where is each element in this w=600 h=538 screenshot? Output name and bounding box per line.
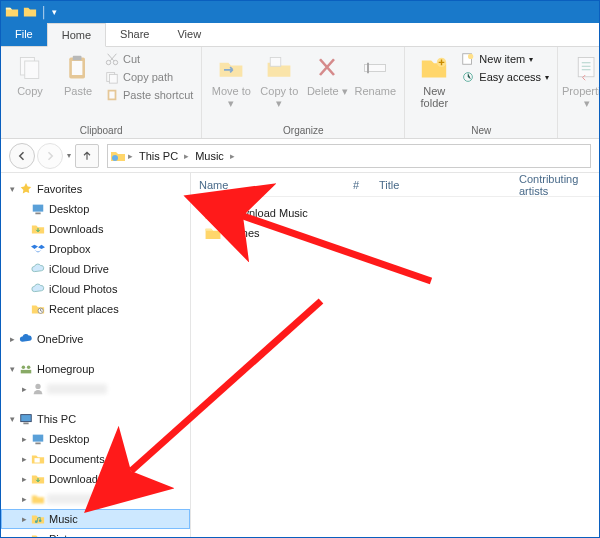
easy-access-icon	[461, 70, 475, 84]
group-new: Newfolder New item ▾ Easy access ▾ New	[405, 47, 558, 138]
expand-icon[interactable]: ▸	[19, 494, 29, 504]
cut-icon	[105, 52, 119, 66]
new-folder-button[interactable]: Newfolder	[411, 51, 457, 111]
back-button[interactable]	[9, 143, 35, 169]
expand-icon[interactable]: ▸	[19, 454, 29, 464]
navigation-tree: ▾Favorites Desktop Downloads Dropbox iCl…	[1, 173, 191, 537]
content-pane: Name # Title Contributing artists Downlo…	[191, 173, 599, 537]
chevron-right-icon[interactable]: ▸	[126, 151, 135, 161]
expand-icon[interactable]: ▸	[19, 514, 29, 524]
svg-rect-25	[35, 213, 40, 215]
collapse-icon[interactable]: ▾	[7, 184, 17, 194]
copy-icon	[16, 53, 44, 83]
col-name[interactable]: Name	[191, 179, 341, 191]
svg-rect-11	[271, 58, 282, 67]
easy-access-button[interactable]: Easy access ▾	[459, 69, 551, 85]
qat-dropdown-icon[interactable]: ▾	[52, 7, 57, 17]
tree-item-icloud-drive[interactable]: iCloud Drive	[1, 259, 190, 279]
folder-icon	[23, 5, 37, 19]
tab-file[interactable]: File	[1, 22, 47, 46]
new-item-icon	[461, 52, 475, 66]
tree-item-desktop[interactable]: ▸Desktop	[1, 429, 190, 449]
move-to-button[interactable]: Move to ▾	[208, 51, 254, 112]
svg-rect-34	[35, 443, 40, 445]
collapse-icon[interactable]: ▾	[7, 414, 17, 424]
expand-icon[interactable]: ▸	[7, 334, 17, 344]
svg-rect-10	[109, 92, 114, 99]
breadcrumb-this-pc[interactable]: This PC	[135, 150, 182, 162]
svg-point-27	[22, 366, 26, 370]
clipboard-group-label: Clipboard	[80, 123, 123, 136]
chevron-right-icon[interactable]: ▸	[182, 151, 191, 161]
new-item-button[interactable]: New item ▾	[459, 51, 551, 67]
tree-item-music[interactable]: ▸Music	[1, 509, 190, 529]
recent-locations-dropdown[interactable]: ▾	[65, 151, 73, 160]
collapse-icon[interactable]: ▾	[7, 364, 17, 374]
tree-item-dropbox[interactable]: Dropbox	[1, 239, 190, 259]
group-organize: Move to ▾ Copy to ▾ Delete ▾ Rename Orga…	[202, 47, 405, 138]
rename-label: Rename	[355, 85, 397, 97]
folder-icon	[205, 227, 221, 240]
address-bar[interactable]: ▸ This PC ▸ Music ▸	[107, 144, 591, 168]
svg-rect-4	[73, 56, 82, 60]
tree-onedrive[interactable]: ▸OneDrive	[1, 329, 190, 349]
properties-icon	[573, 53, 599, 83]
tab-view[interactable]: View	[163, 22, 215, 46]
paste-shortcut-icon	[105, 88, 119, 102]
tab-share[interactable]: Share	[106, 22, 163, 46]
cut-button[interactable]: Cut	[103, 51, 195, 67]
list-item[interactable]: Download Music	[199, 203, 591, 223]
chevron-down-icon: ▾	[545, 73, 549, 82]
tree-item-desktop[interactable]: Desktop	[1, 199, 190, 219]
tree-item-downloads[interactable]: ▸Downloads	[1, 469, 190, 489]
group-open: Properties▾ Open ▾ Edit History Open	[558, 47, 599, 138]
col-title[interactable]: Title	[371, 179, 511, 191]
tree-item-icloud-photos[interactable]: iCloud Photos	[1, 279, 190, 299]
tree-favorites[interactable]: ▾Favorites	[1, 179, 190, 199]
tree-item-hidden[interactable]: ▸	[1, 489, 190, 509]
delete-button[interactable]: Delete ▾	[304, 51, 350, 100]
expand-icon[interactable]: ▸	[19, 534, 29, 537]
svg-rect-17	[578, 58, 594, 77]
col-artists[interactable]: Contributing artists	[511, 173, 599, 197]
blurred-label	[47, 494, 117, 504]
copy-path-button[interactable]: Copy path	[103, 69, 195, 85]
recent-icon	[31, 302, 45, 316]
copy-to-button[interactable]: Copy to ▾	[256, 51, 302, 112]
downloads-icon	[31, 222, 45, 236]
nav-bar: ▾ ▸ This PC ▸ Music ▸	[1, 139, 599, 173]
tab-home[interactable]: Home	[47, 23, 106, 47]
expand-icon[interactable]: ▸	[19, 474, 29, 484]
desktop-icon	[31, 202, 45, 216]
arrow-up-icon	[81, 150, 93, 162]
tree-item-pictures[interactable]: ▸Pictures	[1, 529, 190, 537]
tree-item-downloads[interactable]: Downloads	[1, 219, 190, 239]
rename-button[interactable]: Rename	[352, 51, 398, 99]
breadcrumb-music[interactable]: Music	[191, 150, 228, 162]
dropbox-icon	[31, 242, 45, 256]
tree-item-documents[interactable]: ▸Documents	[1, 449, 190, 469]
copy-button[interactable]: Copy	[7, 51, 53, 99]
col-number[interactable]: #	[341, 179, 371, 191]
svg-point-30	[35, 384, 40, 389]
chevron-down-icon: ▾	[529, 55, 533, 64]
tree-homegroup[interactable]: ▾Homegroup	[1, 359, 190, 379]
title-bar: │ ▾	[1, 1, 599, 23]
up-button[interactable]	[75, 144, 99, 168]
list-item[interactable]: iTunes	[199, 223, 591, 243]
music-folder-icon	[31, 512, 45, 526]
tree-item-recent-places[interactable]: Recent places	[1, 299, 190, 319]
paste-button[interactable]: Paste	[55, 51, 101, 99]
cloud-icon	[31, 282, 45, 296]
tree-item-homegroup-user[interactable]: ▸	[1, 379, 190, 399]
file-list: Download Music iTunes	[191, 197, 599, 249]
properties-button[interactable]: Properties▾	[564, 51, 599, 112]
paste-shortcut-button[interactable]: Paste shortcut	[103, 87, 195, 103]
expand-icon[interactable]: ▸	[19, 384, 29, 394]
tree-this-pc[interactable]: ▾This PC	[1, 409, 190, 429]
folder-icon	[31, 492, 45, 506]
homegroup-icon	[19, 362, 33, 376]
expand-icon[interactable]: ▸	[19, 434, 29, 444]
forward-button[interactable]	[37, 143, 63, 169]
chevron-right-icon[interactable]: ▸	[228, 151, 237, 161]
